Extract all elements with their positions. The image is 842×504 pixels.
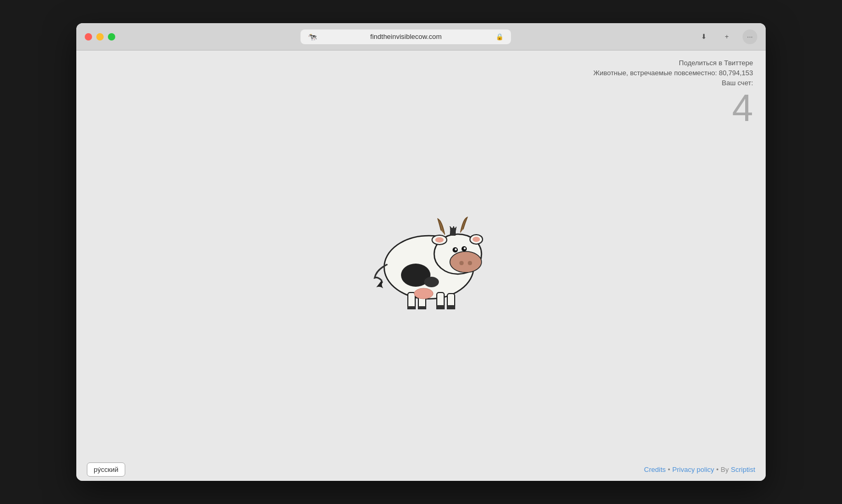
separator-2: •: [716, 466, 719, 473]
footer-links: Credits • Privacy policy • By Scriptist: [644, 466, 755, 473]
traffic-lights: [85, 33, 115, 41]
cow-image: [347, 199, 495, 309]
by-label: By: [721, 466, 729, 473]
svg-rect-22: [436, 305, 445, 309]
favicon-icon: 🐄: [308, 33, 316, 41]
twitter-share-link[interactable]: Поделиться в Твиттере: [593, 59, 753, 67]
titlebar-actions: ⬇ + ···: [696, 29, 757, 44]
svg-rect-23: [447, 305, 455, 309]
close-button[interactable]: [85, 33, 92, 41]
svg-point-5: [450, 251, 482, 273]
bottom-bar: рýсский Credits • Privacy policy • By Sc…: [76, 458, 766, 481]
url-text: findtheinvisiblecow.com: [320, 33, 492, 41]
svg-point-10: [455, 248, 457, 250]
maximize-button[interactable]: [108, 33, 115, 41]
svg-point-15: [473, 237, 480, 242]
svg-point-13: [435, 237, 444, 243]
separator-1: •: [668, 466, 670, 473]
your-score-label: Ваш счет:: [593, 79, 753, 87]
svg-point-7: [468, 261, 472, 265]
minimize-button[interactable]: [96, 33, 104, 41]
browser-window: 🐄 findtheinvisiblecow.com 🔒 ⬇ + ··· Поде…: [76, 23, 766, 481]
credits-link[interactable]: Credits: [644, 466, 666, 473]
address-bar[interactable]: 🐄 findtheinvisiblecow.com 🔒: [300, 29, 511, 44]
download-button[interactable]: ⬇: [696, 29, 711, 44]
svg-rect-19: [418, 306, 426, 309]
top-right-info: Поделиться в Твиттере Животные, встречае…: [593, 59, 753, 127]
new-tab-button[interactable]: +: [719, 29, 734, 44]
animals-count: Животные, встречаемые повсеместно: 80,79…: [593, 69, 753, 77]
page-content: Поделиться в Твиттере Животные, встречае…: [76, 51, 766, 481]
svg-point-11: [464, 247, 466, 249]
svg-point-6: [459, 261, 464, 265]
privacy-policy-link[interactable]: Privacy policy: [673, 466, 714, 473]
more-options-icon: ···: [747, 33, 753, 41]
language-button[interactable]: рýсский: [87, 462, 125, 477]
address-bar-container: 🐄 findtheinvisiblecow.com 🔒: [124, 29, 688, 44]
scriptist-link[interactable]: Scriptist: [731, 466, 755, 473]
svg-point-3: [424, 277, 439, 287]
svg-rect-18: [407, 306, 416, 309]
lock-icon: 🔒: [496, 33, 504, 41]
titlebar: 🐄 findtheinvisiblecow.com 🔒 ⬇ + ···: [76, 23, 766, 51]
svg-point-24: [414, 288, 433, 299]
score-number: 4: [593, 89, 753, 127]
more-options-button[interactable]: ···: [743, 29, 757, 44]
